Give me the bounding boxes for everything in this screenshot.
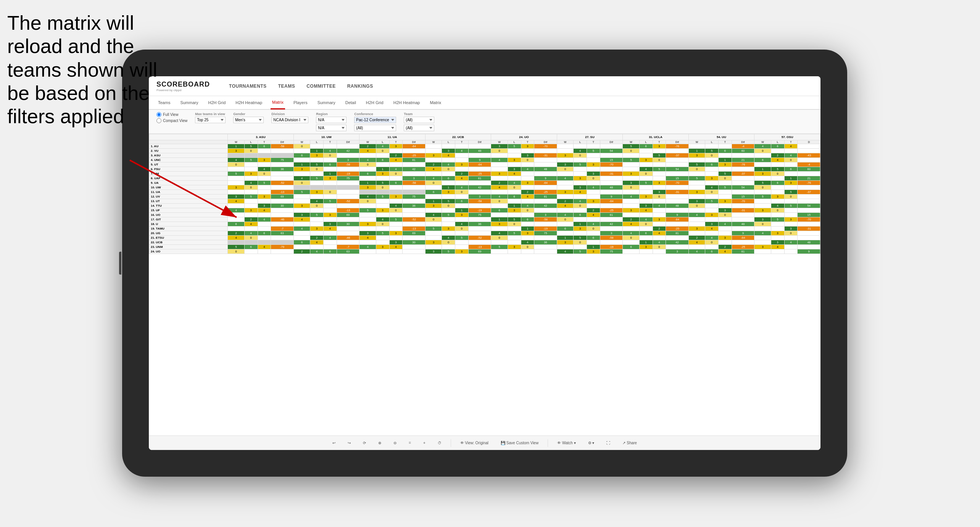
add-button[interactable]: + [420, 439, 429, 447]
fit-button[interactable]: = [406, 439, 414, 447]
matrix-cell-1-35 [798, 149, 820, 153]
sub-nav-h2h-grid1[interactable]: H2H Grid [206, 96, 227, 109]
matrix-cell-0-31: -4 [732, 144, 754, 149]
ua-l: L [376, 140, 389, 144]
matrix-cell-8-20 [557, 181, 574, 185]
fullscreen-button[interactable]: ⛶ [603, 439, 613, 447]
matrix-cell-12-11 [403, 199, 425, 204]
matrix-cell-3-29 [705, 158, 719, 162]
matrix-cell-5-19: 48 [534, 167, 557, 172]
sub-nav-h2h-heatmap2[interactable]: H2H Heatmap [392, 96, 422, 109]
matrix-cell-14-24: 3 [623, 208, 640, 213]
sub-nav-matrix2[interactable]: Matrix [428, 96, 443, 109]
conference-select2[interactable]: (All) [354, 125, 396, 131]
sub-nav-summary1[interactable]: Summary [179, 96, 200, 109]
uo-l: L [508, 140, 521, 144]
matrix-cell-15-18 [521, 213, 534, 217]
matrix-cell-12-13: 5 [442, 199, 455, 204]
watch-button[interactable]: 👁 Watch ▾ [554, 439, 579, 447]
matrix-cell-23-17 [508, 249, 521, 254]
sub-nav-detail[interactable]: Detail [344, 96, 358, 109]
nav-committee[interactable]: COMMITTEE [306, 82, 336, 90]
region-select[interactable]: N/A East West South Midwest [316, 117, 347, 123]
matrix-cell-12-35 [798, 199, 820, 204]
matrix-cell-13-31 [732, 204, 754, 208]
matrix-cell-22-15: -13 [468, 245, 491, 249]
sub-nav-matrix1[interactable]: Matrix [271, 96, 285, 109]
matrix-cell-23-30: 4 [719, 249, 732, 254]
refresh-button[interactable]: ⟳ [360, 439, 369, 447]
undo-button[interactable]: ↩ [329, 439, 338, 447]
matrix-cell-21-22 [587, 240, 600, 245]
matrix-cell-11-31: 15 [732, 194, 754, 199]
matrix-cell-8-34: 3 [784, 181, 798, 185]
max-teams-select[interactable]: Top 25 Top 10 Top 50 [195, 117, 226, 123]
team-select[interactable]: (All) [404, 117, 434, 123]
matrix-area[interactable]: 3. ASU 10. UW 11. UA 22. UCB 24. UO 27. … [149, 134, 820, 435]
matrix-cell-16-4: 4 [293, 217, 310, 222]
matrix-cell-18-28: 3 [688, 227, 705, 231]
zoom-out-button[interactable]: ⊖ [390, 439, 400, 447]
matrix-cell-15-22: 4 [587, 213, 600, 217]
sub-nav-h2h-heatmap1[interactable]: H2H Heatmap [234, 96, 264, 109]
timer-button[interactable]: ⏱ [435, 439, 445, 447]
matrix-cell-5-11: 42 [403, 167, 425, 172]
matrix-cell-0-18: 3 [521, 144, 534, 149]
matrix-cell-18-1 [244, 227, 258, 231]
matrix-cell-8-1: 4 [244, 181, 258, 185]
conference-select[interactable]: Pac-12 Conference (All) ACC Big Ten SEC [354, 117, 396, 123]
region-select2[interactable]: N/A [316, 125, 347, 131]
share-button[interactable]: ↗ Share [619, 439, 640, 447]
matrix-cell-7-12: 4 [425, 176, 442, 181]
matrix-cell-15-12: 4 [425, 213, 442, 217]
matrix-cell-8-0 [228, 181, 245, 185]
matrix-cell-13-8 [359, 204, 376, 208]
sub-nav-summary2[interactable]: Summary [316, 96, 337, 109]
sub-nav-players[interactable]: Players [292, 96, 309, 109]
matrix-cell-15-13: 5 [442, 213, 455, 217]
matrix-cell-6-15: -25 [468, 172, 491, 176]
view-original-button[interactable]: 👁 View: Original [457, 439, 492, 447]
tablet-screen: SCOREBOARD Powered by clippd TOURNAMENTS… [149, 76, 820, 450]
nav-teams[interactable]: TEAMS [278, 82, 295, 90]
matrix-cell-11-5 [310, 194, 324, 199]
matrix-cell-0-5 [310, 144, 324, 149]
matrix-cell-10-4: 5 [293, 190, 310, 194]
matrix-cell-9-3 [271, 185, 293, 190]
matrix-cell-17-20 [557, 222, 574, 227]
matrix-cell-10-26: 3 [653, 190, 666, 194]
matrix-cell-15-6: 3 [324, 213, 337, 217]
table-row: 10. UW30301442403448045540 [149, 185, 820, 190]
zoom-in-button[interactable]: ⊕ [375, 439, 384, 447]
matrix-cell-21-21: 0 [574, 240, 587, 245]
matrix-cell-21-24 [623, 240, 640, 245]
matrix-cell-16-1: 2 [244, 217, 258, 222]
matrix-cell-20-4 [293, 236, 310, 240]
matrix-cell-3-23: 15 [600, 158, 622, 162]
nav-rankings[interactable]: RANKINGS [347, 82, 373, 90]
save-custom-view-button[interactable]: 💾 Save Custom View [498, 439, 542, 447]
matrix-cell-11-24: 4 [623, 194, 640, 199]
nav-tournaments[interactable]: TOURNAMENTS [229, 82, 267, 90]
redo-button[interactable]: ↪ [345, 439, 354, 447]
matrix-cell-13-10: 4 [389, 204, 403, 208]
ucla-w: W [623, 140, 640, 144]
matrix-cell-16-31 [732, 217, 754, 222]
division-select[interactable]: NCAA Division I NCAA Division II NCAA Di… [271, 117, 308, 123]
team-select2[interactable]: (All) [404, 125, 434, 131]
matrix-cell-13-26: 4 [653, 204, 666, 208]
gender-select[interactable]: Men's Women's [233, 117, 264, 123]
matrix-cell-10-0 [228, 190, 245, 194]
settings-button[interactable]: ⚙ ▾ [585, 439, 598, 447]
matrix-cell-6-14: 2 [455, 172, 469, 176]
matrix-cell-21-5: 4 [310, 240, 324, 245]
matrix-cell-15-21: 6 [574, 213, 587, 217]
matrix-cell-5-29 [705, 167, 719, 172]
matrix-cell-12-5: 4 [310, 199, 324, 204]
matrix-cell-17-22: 4 [587, 222, 600, 227]
sub-nav-h2h-grid2[interactable]: H2H Grid [364, 96, 385, 109]
matrix-cell-18-3: -7 [271, 227, 293, 231]
matrix-cell-17-24: 4 [623, 222, 640, 227]
matrix-cell-14-16: 6 [491, 208, 508, 213]
matrix-cell-12-21: 4 [574, 199, 587, 204]
